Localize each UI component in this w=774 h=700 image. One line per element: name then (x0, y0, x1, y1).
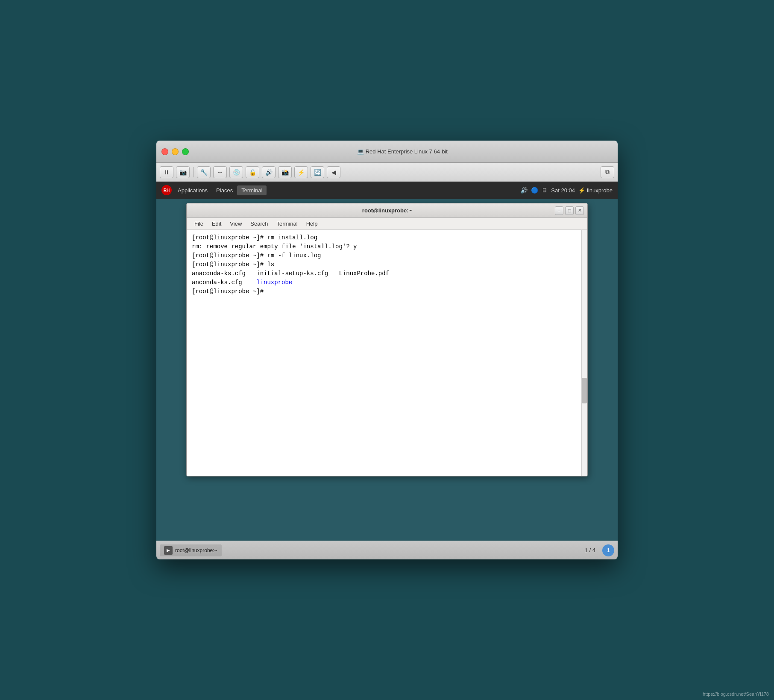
terminal-prompt: [root@linuxprobe ~]# (192, 287, 582, 296)
terminal-line: anaconda-ks.cfg initial-setup-ks.cfg Lin… (192, 269, 582, 278)
lock-button[interactable]: 🔒 (246, 166, 259, 178)
usb-button[interactable]: ⚡ (294, 166, 308, 178)
settings-button[interactable]: 🔧 (197, 166, 211, 178)
notification-badge[interactable]: 1 (602, 544, 614, 556)
terminal-window-controls: − □ ✕ (555, 206, 584, 215)
copy-display-button[interactable]: ⧉ (601, 166, 614, 178)
maximize-button[interactable] (182, 148, 189, 155)
rhel-topbar: RH Applications Places Terminal 🔊 🔵 🖥 Sa… (156, 182, 618, 199)
places-menu[interactable]: Places (212, 185, 237, 195)
user-icon: ⚡ (578, 187, 585, 194)
taskbar-item-label: root@linuxprobe:~ (175, 547, 217, 553)
refresh-button[interactable]: 🔄 (311, 166, 324, 178)
pause-button[interactable]: ⏸ (160, 166, 173, 178)
scrollbar[interactable] (581, 230, 587, 476)
terminal-line: [root@linuxprobe ~]# rm install.log (192, 233, 582, 242)
terminal-minimize-button[interactable]: − (555, 206, 563, 215)
bluetooth-icon[interactable]: 🔵 (531, 187, 538, 194)
terminal-content[interactable]: [root@linuxprobe ~]# rm install.log rm: … (187, 230, 587, 476)
terminal-title: root@linuxprobe:~ (362, 207, 412, 214)
clock: Sat 20:04 (551, 187, 575, 194)
capture-button[interactable]: 📷 (176, 166, 190, 178)
window-icon: 💻 (357, 148, 366, 155)
user-menu[interactable]: ⚡ linuxprobe (578, 187, 613, 194)
audio-button[interactable]: 🔊 (262, 166, 276, 178)
terminal-menu[interactable]: Terminal (237, 185, 267, 195)
terminal-titlebar: root@linuxprobe:~ − □ ✕ (187, 203, 587, 218)
edit-menu[interactable]: Edit (208, 220, 226, 228)
rhel-logo-icon: RH (161, 185, 172, 195)
terminal-window: root@linuxprobe:~ − □ ✕ File Edit View S… (186, 203, 588, 476)
mac-titlebar: 💻 Red Hat Enterprise Linux 7 64-bit (156, 141, 618, 163)
disk-button[interactable]: 💿 (229, 166, 243, 178)
terminal-line: [root@linuxprobe ~]# rm -f linux.log (192, 251, 582, 260)
terminal-menubar: File Edit View Search Terminal Help (187, 218, 587, 230)
scrollbar-thumb[interactable] (582, 378, 587, 403)
taskbar-terminal-icon: ▶ (164, 546, 173, 555)
help-menu[interactable]: Help (302, 220, 322, 228)
vm-toolbar: ⏸ 📷 🔧 ↔ 💿 🔒 🔊 📸 ⚡ 🔄 ◀ ⧉ (156, 163, 618, 182)
volume-icon[interactable]: 🔊 (520, 187, 528, 194)
taskbar-terminal-item[interactable]: ▶ root@linuxprobe:~ (160, 544, 222, 556)
minimize-button[interactable] (172, 148, 179, 155)
applications-menu[interactable]: Applications (173, 185, 212, 195)
terminal-restore-button[interactable]: □ (565, 206, 574, 215)
close-button[interactable] (161, 148, 168, 155)
terminal-close-button[interactable]: ✕ (575, 206, 584, 215)
chevron-button[interactable]: ◀ (327, 166, 340, 178)
page-indicator: 1 / 4 (581, 547, 599, 553)
watermark: https://blog.csdn.net/SeanYi178 (703, 691, 769, 697)
terminal-line: rm: remove regular empty file 'install.l… (192, 242, 582, 251)
username: linuxprobe (587, 187, 613, 194)
network-button[interactable]: ↔ (213, 166, 227, 178)
rhel-status-area: 🔊 🔵 🖥 Sat 20:04 ⚡ linuxprobe (520, 187, 613, 194)
display-icon[interactable]: 🖥 (542, 187, 548, 194)
view-menu[interactable]: View (226, 220, 246, 228)
file-menu[interactable]: File (190, 220, 208, 228)
mac-window: 💻 Red Hat Enterprise Linux 7 64-bit ⏸ 📷 … (156, 141, 618, 559)
toolbar-separator (193, 167, 194, 177)
terminal-menu-item[interactable]: Terminal (273, 220, 302, 228)
directory-link: linuxprobe (256, 279, 292, 286)
window-title: 💻 Red Hat Enterprise Linux 7 64-bit (192, 148, 613, 155)
desktop-area: root@linuxprobe:~ − □ ✕ File Edit View S… (156, 199, 618, 541)
snapshot-button[interactable]: 📸 (278, 166, 292, 178)
terminal-line: anconda-ks.cfg linuxprobe (192, 278, 582, 287)
taskbar: ▶ root@linuxprobe:~ 1 / 4 1 (156, 541, 618, 559)
terminal-line: [root@linuxprobe ~]# ls (192, 260, 582, 269)
search-menu[interactable]: Search (246, 220, 272, 228)
